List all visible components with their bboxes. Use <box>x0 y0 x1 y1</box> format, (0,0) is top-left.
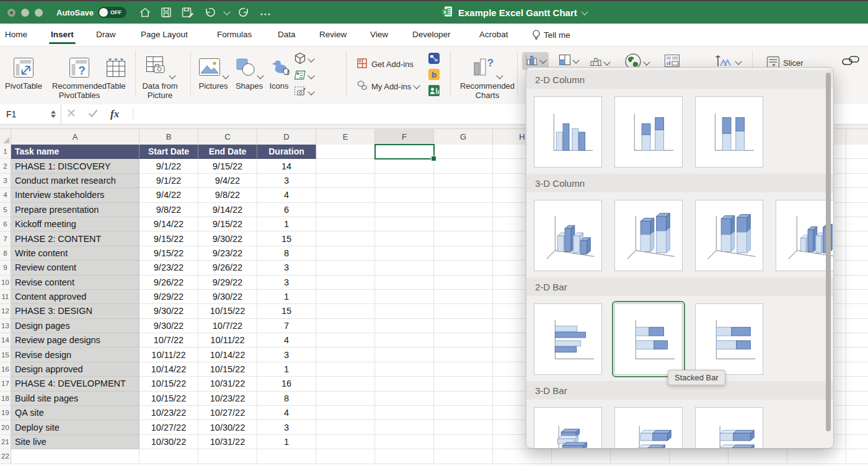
fill-handle[interactable] <box>431 156 436 161</box>
cell-C21[interactable]: 10/31/22 <box>198 435 257 449</box>
cell-C20[interactable]: 10/30/22 <box>198 420 257 434</box>
cell-J17[interactable] <box>846 377 868 391</box>
cell-C21[interactable] <box>434 435 493 449</box>
cell-B10[interactable] <box>375 276 434 290</box>
cell-A7[interactable]: PHASE 2: CONTENT <box>11 231 140 246</box>
cell-C7[interactable]: 9/30/22 <box>198 231 257 246</box>
cell-D6[interactable]: 1 <box>257 217 316 231</box>
cell-B12[interactable] <box>375 304 434 318</box>
close-window-button[interactable] <box>7 9 16 17</box>
row-header-18[interactable]: 18 <box>0 392 11 406</box>
cell-C4[interactable] <box>434 188 493 202</box>
cell-J20[interactable] <box>846 420 868 434</box>
cell-B17[interactable] <box>375 377 434 391</box>
home-icon[interactable] <box>139 6 151 19</box>
cell-C14[interactable]: 10/11/22 <box>198 333 257 347</box>
chart-type-hundred-stacked-column-3d[interactable] <box>693 197 766 274</box>
cell-D22[interactable] <box>257 449 316 464</box>
chart-type-hundred-stacked-bar-3d[interactable] <box>693 405 766 449</box>
row-header-6[interactable]: 6 <box>0 217 11 231</box>
screenshot-button[interactable] <box>294 86 314 99</box>
cell-C18[interactable]: 10/23/22 <box>198 392 257 406</box>
undo-icon[interactable] <box>203 6 216 19</box>
cell-D18[interactable]: 8 <box>257 392 316 406</box>
cell-A6[interactable]: Kickoff meeting <box>11 217 140 231</box>
cell-A10[interactable] <box>316 276 375 290</box>
cell-E22[interactable] <box>552 449 611 464</box>
cell-A2[interactable] <box>316 159 375 173</box>
cell-A22[interactable] <box>11 449 140 464</box>
cell-B14[interactable]: 10/7/22 <box>140 333 198 347</box>
people-graph-add-in-badge[interactable] <box>428 84 440 97</box>
cell-G22[interactable] <box>670 449 728 464</box>
cell-A1[interactable]: Task name <box>11 145 140 159</box>
row-header-12[interactable]: 12 <box>0 304 11 318</box>
cell-C3[interactable] <box>434 174 493 188</box>
cell-J13[interactable] <box>846 319 868 333</box>
cell-C5[interactable]: 9/14/22 <box>198 203 257 217</box>
cell-C11[interactable]: 9/30/22 <box>198 290 257 304</box>
shapes-button[interactable]: Shapes <box>232 50 267 91</box>
cell-J4[interactable] <box>846 188 868 202</box>
cell-C5[interactable] <box>434 203 493 217</box>
row-header-16[interactable]: 16 <box>0 362 11 377</box>
cell-C13[interactable] <box>434 319 493 333</box>
cell-C9[interactable] <box>434 261 493 275</box>
cell-A9[interactable] <box>316 261 375 275</box>
cell-J14[interactable] <box>846 333 868 347</box>
cell-D11[interactable]: 1 <box>257 290 316 304</box>
cell-C12[interactable] <box>434 304 493 318</box>
cell-A19[interactable]: QA site <box>11 406 140 420</box>
cell-A11[interactable] <box>316 290 375 304</box>
cell-B3[interactable]: 9/1/22 <box>140 174 198 188</box>
cell-C8[interactable]: 9/23/22 <box>198 246 257 261</box>
column-header-offscreen[interactable] <box>846 129 868 145</box>
chart-type-stacked-column-3d[interactable] <box>612 197 685 274</box>
cell-B6[interactable]: 9/14/22 <box>140 217 198 231</box>
cell-A18[interactable]: Build site pages <box>11 392 140 406</box>
cell-B22[interactable] <box>140 449 198 464</box>
cell-A19[interactable] <box>316 406 375 420</box>
cell-D16[interactable]: 1 <box>257 362 316 377</box>
icons-button[interactable]: Icons <box>267 50 291 91</box>
3d-models-chevron-icon[interactable] <box>308 55 314 62</box>
cell-C15[interactable] <box>434 347 493 362</box>
cell-D10[interactable]: 3 <box>257 276 316 290</box>
cell-J8[interactable] <box>846 246 868 261</box>
cell-D14[interactable]: 4 <box>257 333 316 347</box>
undo-dropdown-chevron-icon[interactable] <box>223 8 230 15</box>
cell-C14[interactable] <box>434 333 493 347</box>
cell-A13[interactable]: Design pages <box>11 319 140 333</box>
cell-A5[interactable]: Prepare presentation <box>11 203 140 217</box>
row-header-22[interactable]: 22 <box>0 449 11 464</box>
cell-J11[interactable] <box>846 290 868 304</box>
map-chart-chevron-icon[interactable] <box>643 58 650 65</box>
row-header-19[interactable]: 19 <box>0 406 11 420</box>
cell-A12[interactable] <box>316 304 375 318</box>
chart-type-stacked-column[interactable] <box>612 94 685 170</box>
cell-B16[interactable] <box>375 362 434 377</box>
cell-A15[interactable] <box>316 347 375 362</box>
cell-B18[interactable]: 10/15/22 <box>140 392 198 406</box>
cell-C10[interactable]: 9/29/22 <box>198 276 257 290</box>
cell-J22[interactable] <box>846 449 868 464</box>
tab-insert[interactable]: Insert <box>51 30 74 39</box>
column-header-A[interactable]: A <box>11 129 140 145</box>
cell-A4[interactable] <box>316 188 375 202</box>
data-from-picture-button[interactable]: Data from Picture <box>138 50 182 100</box>
column-header-G[interactable]: G <box>434 129 493 145</box>
smartart-button[interactable] <box>294 69 314 83</box>
row-header-21[interactable]: 21 <box>0 435 11 449</box>
column-header-F[interactable]: F <box>375 129 434 145</box>
my-add-ins-chevron-icon[interactable] <box>414 82 420 89</box>
insert-link-button[interactable] <box>838 52 866 73</box>
cell-D8[interactable]: 8 <box>257 246 316 261</box>
cell-B20[interactable]: 10/27/22 <box>140 420 198 434</box>
cell-J19[interactable] <box>846 406 868 420</box>
tab-tell-me[interactable]: Tell me <box>532 30 570 40</box>
cell-C17[interactable] <box>434 377 493 391</box>
cell-A3[interactable] <box>316 174 375 188</box>
cell-D21[interactable]: 1 <box>257 435 316 449</box>
save-as-icon[interactable] <box>181 6 195 19</box>
cell-B7[interactable] <box>375 231 434 246</box>
